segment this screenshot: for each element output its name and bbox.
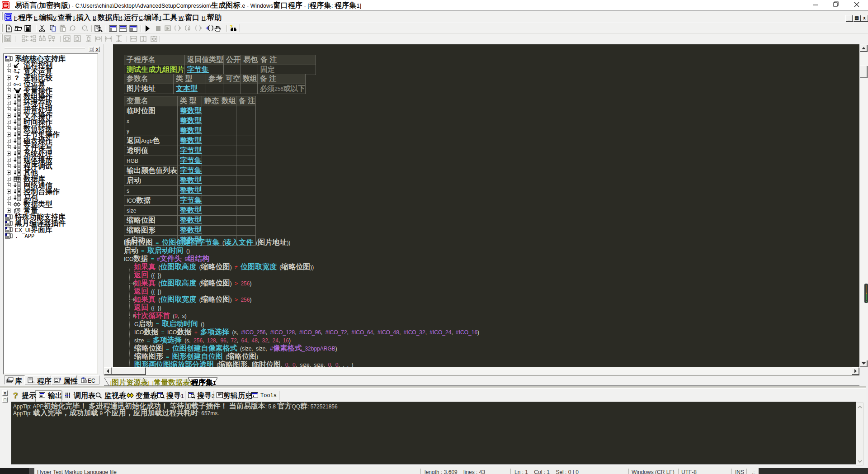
svg-text:x: x <box>14 68 16 72</box>
svg-text:÷: ÷ <box>17 71 19 75</box>
svg-text:1: 1 <box>19 82 21 87</box>
svg-text:?: ? <box>15 75 19 81</box>
svg-text:0: 0 <box>14 82 16 87</box>
svg-text:?: ? <box>13 391 18 400</box>
